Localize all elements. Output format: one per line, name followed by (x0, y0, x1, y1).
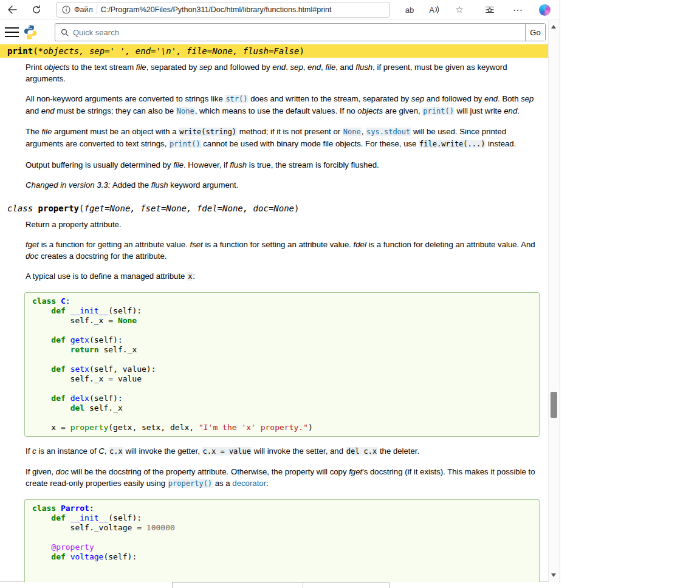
text: will invoke the setter, and (252, 446, 346, 456)
address-bar[interactable]: Файл C:/Program%20Files/Python311/Doc/ht… (56, 2, 390, 18)
em-text: file (325, 63, 335, 72)
menu-hamburger-button[interactable] (5, 27, 19, 37)
star-over-lines-icon (484, 5, 495, 15)
code-token: self._voltage (32, 523, 137, 532)
text: will invoke the getter, (123, 446, 202, 456)
text: and (26, 106, 41, 115)
em-text: fget (349, 467, 362, 476)
code-token: 100000 (146, 523, 175, 532)
search-input[interactable] (69, 28, 525, 37)
paragraph: A typical use is to define a managed att… (0, 270, 538, 282)
code-token: (self): (103, 552, 137, 561)
code-token: Parrot (61, 504, 89, 513)
code-token: return (70, 345, 99, 354)
code-block: class C: def __init__(self): self._x = N… (24, 292, 540, 437)
code-line: return self._x (32, 345, 532, 355)
text-link[interactable]: decorator (232, 479, 266, 488)
em-text: c (32, 446, 36, 456)
code-link[interactable]: str() (225, 95, 248, 103)
text: Return a property attribute. (26, 220, 122, 229)
text: , and (335, 63, 355, 72)
page-info-icon[interactable] (62, 5, 70, 14)
code-token: del (70, 403, 84, 412)
vertical-scrollbar[interactable] (548, 20, 559, 582)
text: cannot be used with binary mode file obj… (201, 139, 419, 148)
code-token (32, 306, 51, 315)
code-token: __init__ (70, 306, 109, 315)
back-button[interactable] (5, 2, 19, 17)
signature-name: property (38, 203, 79, 213)
url-text: C:/Program%20Files/Python311/Doc/html/li… (101, 5, 332, 14)
search-go-button[interactable]: Go (525, 24, 545, 41)
favorites-hub-icon[interactable] (481, 2, 498, 17)
code-line: del self._x (32, 403, 532, 413)
code-line (32, 326, 532, 335)
inline-code: del c.x (346, 447, 378, 456)
translate-icon[interactable]: ab (401, 2, 418, 17)
address-divider (97, 5, 97, 14)
code-link[interactable]: sys.stdout (366, 128, 411, 136)
em-text: doc (56, 467, 69, 476)
text: . However, if (184, 160, 230, 169)
browser-window: Файл C:/Program%20Files/Python311/Doc/ht… (0, 0, 560, 582)
read-aloud-icon[interactable]: A (425, 2, 442, 17)
settings-more-icon[interactable]: ⋯ (509, 2, 526, 17)
code-token (66, 552, 70, 561)
code-line: self._voltage = 100000 (32, 523, 532, 533)
code-token (32, 403, 70, 412)
inline-code: x (187, 272, 193, 281)
code-block: class Parrot: def __init__(self): self._… (24, 499, 540, 582)
signature-paren: ( (33, 46, 38, 56)
code-token (32, 364, 51, 374)
add-favorite-star-icon[interactable]: ☆ (451, 2, 468, 17)
paragraph: The file argument must be an object with… (0, 126, 538, 150)
text: , (105, 446, 109, 456)
em-text: end (41, 106, 55, 115)
em-text: file (41, 127, 52, 136)
paragraph: Return a property attribute. (0, 219, 538, 230)
code-token: (getx, setx, delx, (108, 423, 199, 432)
code-token: ) (308, 423, 313, 432)
scroll-down-arrow-icon[interactable] (551, 573, 556, 577)
code-link[interactable]: print() (422, 107, 455, 115)
code-token: x (32, 423, 61, 432)
code-token: = (108, 316, 113, 325)
text: Added the (112, 180, 151, 190)
inline-code: file.write(...) (419, 140, 486, 148)
scroll-up-arrow-icon[interactable] (551, 25, 556, 29)
code-token (66, 335, 70, 344)
paragraph: fget is a function for getting an attrib… (0, 239, 538, 262)
python-logo[interactable] (22, 24, 38, 43)
code-token: : (66, 296, 70, 306)
code-link[interactable]: None (343, 128, 362, 136)
code-token: class (32, 296, 56, 306)
code-link[interactable]: print() (169, 140, 201, 148)
code-token: voltage (70, 552, 104, 561)
code-link[interactable]: None (176, 107, 195, 115)
code-token (32, 335, 51, 344)
text: keyword argument. (168, 180, 239, 190)
read-aloud-letter: A (429, 5, 434, 15)
signature-params: fget=None, fset=None, fdel=None, doc=Non… (84, 203, 294, 213)
text: instead. (486, 139, 516, 148)
scrollbar-thumb[interactable] (551, 392, 557, 418)
code-link[interactable]: property() (168, 479, 213, 488)
code-token: (self): (89, 335, 123, 344)
text: is a function for getting an attribute v… (39, 240, 190, 249)
text: is true, the stream is forcibly flushed. (247, 160, 379, 169)
code-line: def getx(self): (32, 335, 532, 345)
python-logo-icon (22, 24, 38, 40)
code-token: self._x (99, 345, 137, 354)
copilot-icon[interactable] (536, 2, 553, 17)
text: . (286, 63, 290, 72)
code-line: x = property(getx, setx, delx, "I'm the … (32, 423, 532, 432)
background-window-edge (0, 582, 700, 588)
doc-content: print(*objects, sep=' ', end='\n', file=… (0, 43, 549, 582)
paragraph: Output buffering is usually determined b… (0, 159, 538, 171)
code-line (32, 413, 532, 423)
refresh-button[interactable] (29, 2, 44, 17)
em-text: end (504, 106, 517, 115)
code-token (66, 513, 70, 522)
code-token (66, 306, 70, 315)
code-token: def (51, 335, 65, 344)
